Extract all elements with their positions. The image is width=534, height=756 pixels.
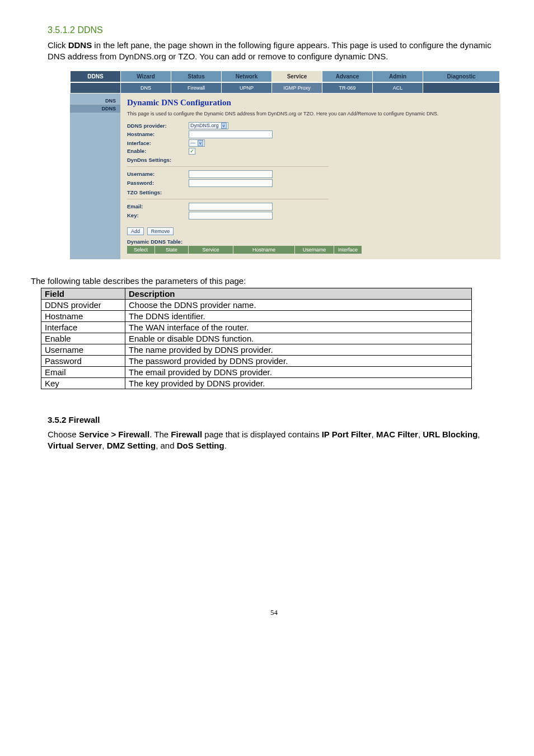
table-row: KeyThe key provided by DDNS provider.	[41, 377, 472, 389]
page-number: 54	[48, 608, 500, 617]
table-row: EmailThe email provided by DDNS provider…	[41, 366, 472, 377]
tab-status[interactable]: Status	[171, 71, 222, 82]
tab-admin[interactable]: Admin	[373, 71, 423, 82]
subtab-firewall[interactable]: Firewall	[171, 83, 222, 93]
key-label: Key:	[127, 212, 189, 218]
param-table-caption: The following table describes the parame…	[31, 276, 500, 286]
subtab-tr069[interactable]: TR-069	[322, 83, 373, 93]
password-input[interactable]	[189, 179, 273, 187]
add-button[interactable]: Add	[127, 227, 144, 235]
config-title: Dynamic DNS Configuration	[127, 98, 494, 108]
section-heading-ddns: 3.5.1.2 DDNS	[48, 25, 500, 35]
ddns-table-header: Select State Service Hostname Username I…	[127, 246, 362, 254]
config-desc: This page is used to configure the Dynam…	[127, 111, 494, 116]
dyndns-settings-label: DynDns Settings:	[127, 157, 494, 163]
enable-label: Enable:	[127, 148, 189, 154]
tab-network[interactable]: Network	[222, 71, 272, 82]
th-service: Service	[189, 246, 233, 254]
divider	[127, 199, 329, 199]
chevron-down-icon: v	[198, 140, 203, 146]
table-row: HostnameThe DDNS identifier.	[41, 310, 472, 321]
tab-diagnostic[interactable]: Diagnostic	[423, 71, 500, 82]
key-input[interactable]	[189, 212, 273, 220]
remove-button[interactable]: Remove	[147, 227, 174, 235]
section-heading-firewall: 3.5.2 Firewall	[48, 415, 500, 424]
firewall-paragraph: Choose Service > Firewall. The Firewall …	[48, 429, 500, 452]
table-row: EnableEnable or disable DDNS function.	[41, 333, 472, 344]
tab-advance[interactable]: Advance	[322, 71, 373, 82]
interface-value: ---	[190, 140, 195, 146]
param-table: Field Description DDNS providerChoose th…	[41, 288, 472, 389]
sub-blank	[71, 83, 121, 93]
enable-checkbox[interactable]: ✓	[189, 148, 195, 155]
tab-service[interactable]: Service	[272, 71, 322, 82]
subtab-upnp[interactable]: UPNP	[222, 83, 272, 93]
intro-bold-ddns: DDNS	[68, 40, 92, 50]
router-screenshot: DDNS Wizard Status Network Service Advan…	[70, 71, 500, 259]
th-hostname: Hostname	[233, 246, 295, 254]
th-description: Description	[125, 288, 472, 299]
divider	[127, 166, 329, 167]
table-row: InterfaceThe WAN interface of the router…	[41, 321, 472, 333]
th-state: State	[155, 246, 189, 254]
interface-select[interactable]: ---v	[189, 139, 205, 147]
email-label: Email:	[127, 203, 189, 209]
sidebar: DNS DDNS	[70, 94, 120, 259]
username-label: Username:	[127, 171, 189, 177]
tab-wizard[interactable]: Wizard	[121, 71, 171, 82]
hostname-label: Hostname:	[127, 131, 189, 137]
tzo-settings-label: TZO Settings:	[127, 189, 494, 195]
chevron-down-icon: v	[221, 123, 227, 129]
hostname-input[interactable]	[189, 130, 273, 138]
provider-select[interactable]: DynDNS.orgv	[189, 122, 228, 129]
table-row: PasswordThe password provided by DDNS pr…	[41, 355, 472, 366]
table-row: DDNS providerChoose the DDNS provider na…	[41, 299, 472, 310]
top-tab-row: DDNS Wizard Status Network Service Advan…	[70, 71, 500, 82]
ddns-table-title: Dynamic DDNS Table:	[127, 239, 494, 245]
provider-label: DDNS provider:	[127, 123, 189, 129]
intro-text: Click DDNS in the left pane, the page sh…	[48, 40, 500, 63]
table-row: UsernameThe name provided by DDNS provid…	[41, 344, 472, 355]
password-label: Password:	[127, 180, 189, 186]
sub-blank-right	[423, 83, 500, 93]
sub-tab-row: DNS Firewall UPNP IGMP Proxy TR-069 ACL	[70, 82, 500, 94]
subtab-igmp[interactable]: IGMP Proxy	[272, 83, 322, 93]
interface-label: Interface:	[127, 140, 189, 146]
provider-value: DynDNS.org	[190, 123, 219, 128]
email-input[interactable]	[189, 203, 273, 211]
username-input[interactable]	[189, 170, 273, 178]
th-field: Field	[41, 288, 125, 299]
sidebar-item-ddns[interactable]: DDNS	[70, 105, 120, 113]
subtab-acl[interactable]: ACL	[373, 83, 423, 93]
config-panel: Dynamic DNS Configuration This page is u…	[120, 94, 500, 259]
page-title-ddns: DDNS	[71, 71, 121, 82]
sidebar-item-dns[interactable]: DNS	[70, 97, 120, 105]
th-username: Username	[295, 246, 334, 254]
subtab-dns[interactable]: DNS	[121, 83, 171, 93]
th-interface: Interface	[334, 246, 362, 254]
th-select: Select	[127, 246, 155, 254]
